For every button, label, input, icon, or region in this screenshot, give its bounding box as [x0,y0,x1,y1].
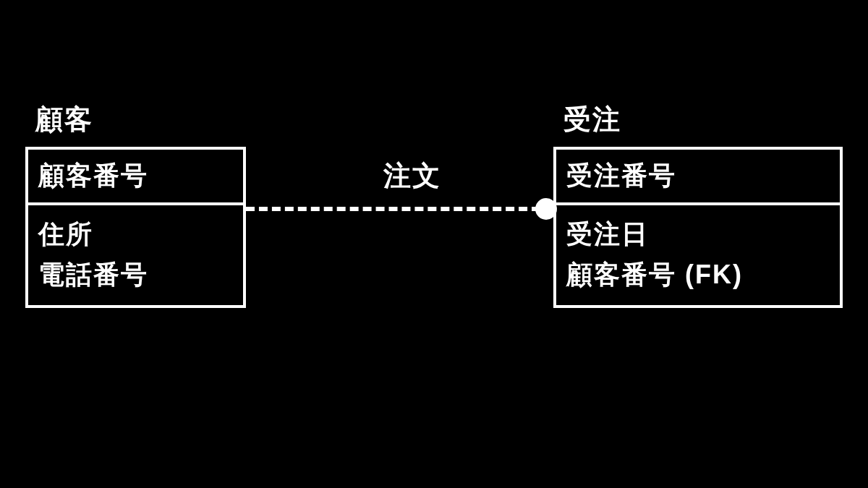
entity-order-attr: 顧客番号 (FK) [566,254,830,295]
entity-customer-title: 顧客 [25,101,246,147]
entity-order: 受注 受注番号 受注日 顧客番号 (FK) [553,101,843,308]
entity-customer-attr: 電話番号 [38,254,233,295]
relationship-label: 注文 [383,158,441,194]
entity-order-attrs: 受注日 顧客番号 (FK) [556,205,840,305]
entity-order-title: 受注 [553,101,843,147]
entity-customer-attr: 住所 [38,214,233,254]
entity-customer: 顧客 顧客番号 住所 電話番号 [25,101,246,308]
entity-customer-pk: 顧客番号 [28,150,243,205]
entity-order-attr: 受注日 [566,214,830,254]
entity-order-pk: 受注番号 [556,150,840,205]
er-diagram: 顧客 顧客番号 住所 電話番号 注文 受注 受注番号 受注日 顧客番号 (FK) [0,0,868,488]
relationship-line [246,207,553,211]
entity-customer-attrs: 住所 電話番号 [28,205,243,305]
entity-order-box: 受注番号 受注日 顧客番号 (FK) [553,147,843,308]
entity-customer-box: 顧客番号 住所 電話番号 [25,147,246,308]
